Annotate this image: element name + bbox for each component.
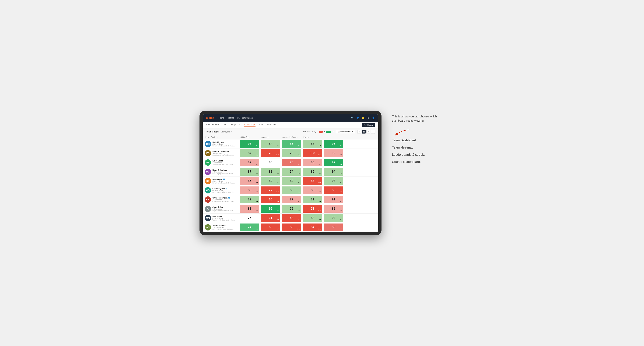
- stat-value: 77: [290, 198, 293, 201]
- table-row[interactable]: CR Chris Robertson ✓ 1-5 Handicap Craigm…: [203, 195, 378, 204]
- tab-pga[interactable]: PGA: [223, 123, 227, 127]
- bell-icon[interactable]: 🔔: [362, 117, 365, 119]
- stat-cell[interactable]: 74 8▲: [240, 223, 259, 231]
- player-name: Matt Miller: [212, 215, 235, 217]
- stat-cell[interactable]: 77 14▼: [261, 186, 280, 194]
- nav-home[interactable]: Home: [218, 117, 224, 119]
- stat-cell[interactable]: 79 9▲: [282, 149, 301, 157]
- stat-change: 8▲: [298, 145, 300, 147]
- settings-icon[interactable]: ⚙: [367, 117, 370, 119]
- nav-performance[interactable]: My Performance: [237, 117, 253, 119]
- stat-cell[interactable]: 93 9▲: [240, 140, 259, 148]
- stat-cell[interactable]: 60 2▲: [261, 196, 280, 203]
- stat-cell[interactable]: 60 1▼: [261, 223, 280, 231]
- stat-cell[interactable]: 91 3▼: [324, 196, 343, 203]
- table-row[interactable]: EC Edward Crossman 1-5 Handicap Sunningd…: [203, 149, 378, 158]
- stat-cell[interactable]: 94 3▲: [324, 214, 343, 222]
- stat-cell[interactable]: 80 1▲: [282, 186, 301, 194]
- stat-cell[interactable]: 88 1▼: [303, 140, 322, 148]
- stat-cell[interactable]: 75 3▼: [282, 159, 301, 166]
- stat-cell[interactable]: 74 1▲: [282, 168, 301, 176]
- table-row[interactable]: BM Blair McHarg Plus Handicap Royal Nort…: [203, 140, 378, 149]
- tab-pgat-players[interactable]: PGAT Players: [206, 123, 219, 127]
- stat-cell[interactable]: 87 3▼: [240, 159, 259, 166]
- stat-cell[interactable]: 103 15▲: [303, 149, 322, 157]
- stat-cell[interactable]: 80 3▲: [282, 177, 301, 185]
- search-icon[interactable]: 🔍: [351, 117, 354, 119]
- stat-cell[interactable]: 81 4▲: [303, 196, 322, 203]
- stat-cell[interactable]: 85 8▲: [282, 140, 301, 148]
- stat-cell[interactable]: 77 3▼: [282, 196, 301, 203]
- dashboard-table: Player Quality ↓ Off the Tee ↓ Approach …: [203, 135, 378, 232]
- player-info: DB Dave Billingham 1-5 Handicap Gog Mago…: [204, 168, 239, 176]
- table-row[interactable]: DB Dave Billingham 1-5 Handicap Gog Mago…: [203, 167, 378, 176]
- stat-cell[interactable]: 89 2▼: [324, 205, 343, 213]
- stat-cell[interactable]: 89 7▲: [261, 177, 280, 185]
- player-info: MM Matt Miller 6-10 Handicap Woburn Golf…: [204, 214, 239, 222]
- stat-cell[interactable]: 83 10▼: [303, 177, 322, 185]
- stat-cell[interactable]: 75 2▲: [282, 205, 301, 213]
- stat-cell[interactable]: 82 4▲: [261, 168, 280, 176]
- stat-cell[interactable]: 82 3▲: [240, 196, 259, 203]
- stat-cell[interactable]: 83 3▼: [240, 186, 259, 194]
- player-info: DF David Ford ✓ Plus Handicap Royal Nort…: [204, 177, 239, 185]
- tab-team-clippd[interactable]: Team Clippd: [244, 123, 256, 127]
- stat-cell[interactable]: 85 3▼: [240, 177, 259, 185]
- table-row[interactable]: AN Aaron Nicholls 11-15 Handicap Drift G…: [203, 223, 378, 232]
- player-info: CR Chris Robertson ✓ 1-5 Handicap Craigm…: [204, 195, 239, 204]
- col-approach: Approach ↓: [260, 135, 281, 139]
- stat-value: 77: [269, 188, 272, 192]
- stat-cell[interactable]: 97 5▲: [324, 159, 343, 166]
- stat-cell[interactable]: 86 6▼: [303, 159, 322, 166]
- export-button[interactable]: ↓: [371, 130, 375, 134]
- player-handicap: 1-5 Handicap: [212, 162, 235, 164]
- stat-value: 79: [290, 151, 293, 155]
- user-icon[interactable]: 👤: [356, 117, 359, 119]
- stat-value: 80: [290, 188, 293, 192]
- stat-cell[interactable]: 95 8▲: [261, 205, 280, 213]
- tab-tour[interactable]: Tour: [259, 123, 263, 127]
- nav-teams[interactable]: Teams: [228, 117, 234, 119]
- stat-value: 87: [248, 170, 251, 173]
- stat-cell[interactable]: 87 4▲: [240, 168, 259, 176]
- profile-icon[interactable]: 👤: [372, 117, 375, 119]
- stat-cell[interactable]: 92 3▼: [324, 149, 343, 157]
- stat-cell[interactable]: 86 8▼: [324, 186, 343, 194]
- stat-cell[interactable]: 58 10▲: [282, 223, 301, 231]
- add-team-button[interactable]: Add Team: [362, 123, 375, 127]
- sub-nav-links: PGAT Players PGA Hcaps 1-5 Team Clippd T…: [206, 123, 362, 127]
- stat-change: 11▼: [276, 154, 279, 156]
- table-row[interactable]: JC Josh Coles 1-5 Handicap Royal North D…: [203, 204, 378, 213]
- stat-cell[interactable]: 88 2▼: [303, 214, 322, 222]
- stat-cell[interactable]: 84 6▲: [261, 140, 280, 148]
- stat-cell[interactable]: 75: [240, 214, 259, 222]
- stat-cell[interactable]: 73 11▼: [261, 149, 280, 157]
- stat-cell[interactable]: 58 4▲: [282, 214, 301, 222]
- stat-cell[interactable]: 85 4▼: [324, 223, 343, 231]
- stat-cell[interactable]: 71 11▼: [303, 205, 322, 213]
- tab-hcaps[interactable]: Hcaps 1-5: [231, 123, 240, 127]
- grid-view-button[interactable]: ⊞: [357, 130, 361, 134]
- stat-value: 91: [332, 198, 335, 201]
- tab-all-players[interactable]: All Players: [266, 123, 276, 127]
- stat-cell[interactable]: 95 9▲: [324, 140, 343, 148]
- table-row[interactable]: DF David Ford ✓ Plus Handicap Royal Nort…: [203, 176, 378, 186]
- stat-cell[interactable]: 84 21▲: [303, 223, 322, 231]
- table-row[interactable]: CQ Charlie Quick ✓ 6-10 Handicap St. Geo…: [203, 186, 378, 195]
- stat-cell[interactable]: 87 1▲: [240, 149, 259, 157]
- list-view-button[interactable]: ≡: [366, 130, 370, 134]
- stat-cell[interactable]: 83 6▼: [303, 186, 322, 194]
- table-row[interactable]: EE Elliot Ebert 1-5 Handicap Sunningdale…: [203, 158, 378, 167]
- stat-cell[interactable]: 85 3▼: [303, 168, 322, 176]
- last-rounds-button[interactable]: 📅 Last Rounds: 20: [336, 130, 355, 133]
- table-row[interactable]: MM Matt Miller 6-10 Handicap Woburn Golf…: [203, 213, 378, 223]
- stat-cell[interactable]: 96 3▲: [324, 177, 343, 185]
- edit-icon[interactable]: ✏: [231, 131, 232, 133]
- stat-cell[interactable]: 88: [261, 159, 280, 166]
- player-info: EC Edward Crossman 1-5 Handicap Sunningd…: [204, 149, 239, 158]
- stat-change: 1▲: [340, 173, 342, 174]
- stat-cell[interactable]: 81 3▼: [240, 205, 259, 213]
- stat-cell[interactable]: 61 3▼: [261, 214, 280, 222]
- stat-cell[interactable]: 94 1▲: [324, 168, 343, 176]
- heatmap-view-button[interactable]: ▦: [362, 130, 366, 134]
